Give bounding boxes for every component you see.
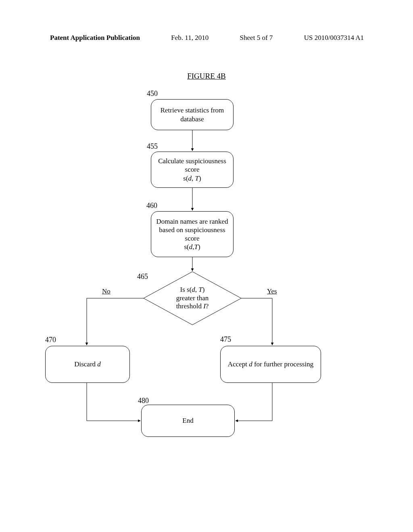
node-465: Is s(d, T) greater than threshold I? xyxy=(142,270,243,326)
node-465-text: Is s(d, T) greater than threshold I? xyxy=(142,270,243,326)
ref-460: 460 xyxy=(146,202,157,210)
node-480-text: End xyxy=(182,416,193,425)
ref-470: 470 xyxy=(45,336,56,344)
node-450: Retrieve statistics from database xyxy=(151,99,234,130)
node-455: Calculate suspiciousness score s(d, T) xyxy=(151,152,234,188)
node-470-text: Discard d xyxy=(74,360,101,368)
node-475: Accept d for further processing xyxy=(220,346,321,383)
node-455-text: Calculate suspiciousness score s(d, T) xyxy=(155,157,229,183)
node-460-text: Domain names are ranked based on suspici… xyxy=(155,217,229,251)
page: Patent Application Publication Feb. 11, … xyxy=(0,0,413,532)
edge-yes-label: Yes xyxy=(267,287,277,295)
ref-455: 455 xyxy=(147,142,158,151)
ref-475: 475 xyxy=(220,335,231,344)
ref-450: 450 xyxy=(147,89,158,98)
header-pubno: US 2010/0037314 A1 xyxy=(304,34,364,42)
header-sheet: Sheet 5 of 7 xyxy=(240,34,273,42)
node-475-text: Accept d for further processing xyxy=(228,360,313,368)
figure-title: FIGURE 4B xyxy=(0,72,413,81)
node-470: Discard d xyxy=(45,346,130,383)
header-date: Feb. 11, 2010 xyxy=(171,34,209,42)
edge-no-label: No xyxy=(102,287,111,295)
node-460: Domain names are ranked based on suspici… xyxy=(151,211,234,257)
ref-480: 480 xyxy=(138,397,149,405)
node-450-text: Retrieve statistics from database xyxy=(155,106,229,123)
header-left: Patent Application Publication xyxy=(50,34,140,42)
node-480: End xyxy=(141,405,235,437)
page-header: Patent Application Publication Feb. 11, … xyxy=(0,34,413,42)
